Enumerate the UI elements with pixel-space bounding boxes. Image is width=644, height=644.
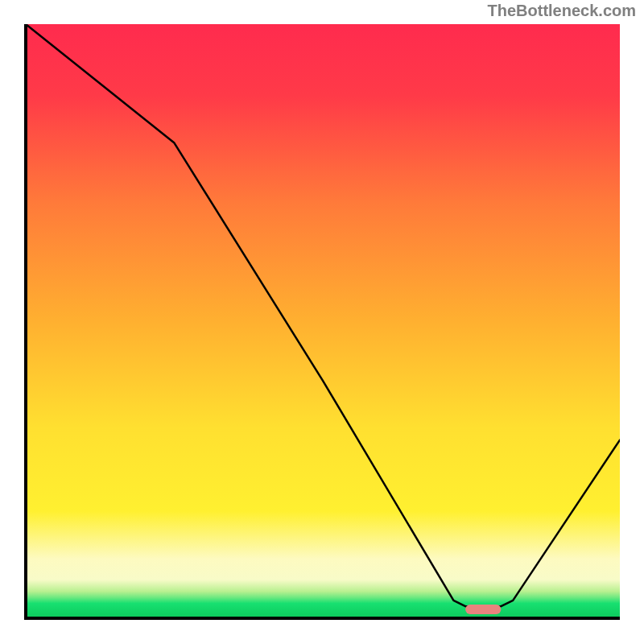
chart-svg (24, 24, 620, 620)
attribution-text: TheBottleneck.com (488, 2, 636, 20)
chart-container: TheBottleneck.com (0, 0, 644, 644)
optimal-marker (465, 605, 501, 614)
chart-plot-area (24, 24, 620, 620)
svg-rect-0 (26, 24, 620, 618)
